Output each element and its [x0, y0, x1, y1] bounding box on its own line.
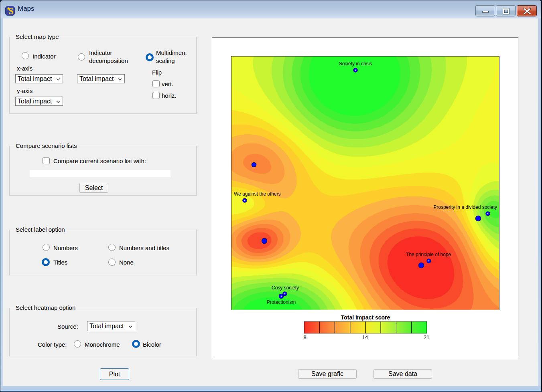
svg-text:Protectionism: Protectionism	[267, 299, 296, 305]
svg-text:The principle of hope: The principle of hope	[406, 252, 451, 257]
svg-text:We against the others: We against the others	[234, 191, 281, 197]
svg-text:Cosy society: Cosy society	[272, 285, 299, 291]
svg-text:Prosperity in a divided societ: Prosperity in a divided society	[433, 204, 497, 210]
svg-text:Society in crisis: Society in crisis	[339, 61, 372, 67]
